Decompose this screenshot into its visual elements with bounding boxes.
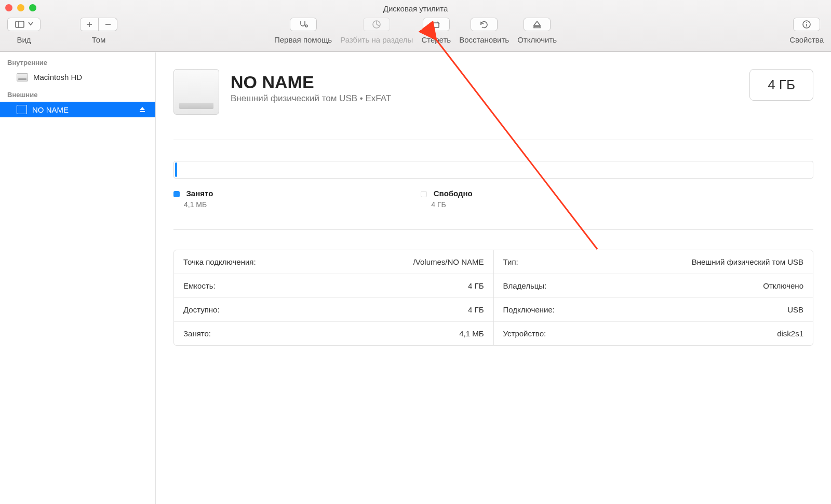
unmount-button[interactable] [524,18,551,31]
volume-size-badge: 4 ГБ [749,69,813,101]
partition-button [363,18,390,31]
info-button[interactable] [793,18,820,31]
toolbar-label-first-aid: Первая помощь [274,35,332,44]
drive-image [173,69,219,115]
usage-bar-used [175,162,177,177]
main-content: NO NAME Внешний физический том USB • ExF… [156,52,831,504]
toolbar-label-restore: Восстановить [459,35,509,44]
info-key: Устройство: [503,329,546,338]
pie-icon [371,20,382,29]
info-value: 4 ГБ [468,305,484,314]
legend-used-label: Занято [186,189,213,198]
info-row: Владельцы:Отключено [494,274,813,298]
legend-used: Занято 4,1 МБ [173,189,213,209]
restore-button[interactable] [471,18,498,31]
info-row: Доступно:4 ГБ [174,298,493,322]
info-key: Емкость: [183,281,216,290]
info-value: USB [787,305,803,314]
volume-subtitle: Внешний физический том USB • ExFAT [231,93,738,104]
toolbar-label-erase: Стереть [421,35,451,44]
legend-free-value: 4 ГБ [431,200,472,209]
erase-icon [431,20,441,29]
info-row: Занято:4,1 МБ [174,322,493,345]
svg-point-5 [305,25,307,27]
volume-name: NO NAME [231,72,738,92]
erase-button[interactable] [423,18,450,31]
toolbar-label-info: Свойства [789,35,824,44]
info-row: Точка подключения:/Volumes/NO NAME [174,250,493,274]
first-aid-button[interactable] [290,18,317,31]
external-disk-icon [17,105,27,114]
info-row: Подключение:USB [494,298,813,322]
legend-used-value: 4,1 МБ [184,200,213,209]
svg-rect-11 [534,26,540,28]
info-value: 4,1 МБ [459,329,484,338]
sidebar-item-macintosh-hd[interactable]: Macintosh HD [0,70,155,85]
info-key: Подключение: [503,305,555,314]
legend-free: Свободно 4 ГБ [421,189,472,209]
restore-icon [479,20,489,29]
info-value: Внешний физический том USB [692,257,803,266]
svg-line-8 [377,24,380,26]
info-value: /Volumes/NO NAME [413,257,484,266]
eject-icon [532,20,542,29]
info-icon [801,20,812,29]
info-row: Емкость:4 ГБ [174,274,493,298]
sidebar: Внутренние Macintosh HD Внешние NO NAME [0,52,156,504]
legend-free-label: Свободно [434,189,473,198]
info-key: Занято: [183,329,211,338]
sidebar-item-label: NO NAME [32,105,69,114]
info-row: Устройство:disk2s1 [494,322,813,345]
svg-rect-9 [433,23,439,28]
svg-rect-16 [140,111,145,112]
sidebar-item-no-name[interactable]: NO NAME [0,102,155,117]
stethoscope-icon [298,20,309,29]
svg-marker-10 [534,21,540,25]
sidebar-heading-internal: Внутренние [0,52,155,70]
toolbar-label-unmount: Отключить [517,35,557,44]
info-value: disk2s1 [777,329,803,338]
toolbar: Дисковая утилита Вид Том Первая помощь Р… [0,0,831,52]
sidebar-heading-external: Внешние [0,85,155,102]
hdd-icon [17,73,28,81]
info-key: Владельцы: [503,281,547,290]
svg-point-14 [806,22,807,23]
window-title: Дисковая утилита [0,4,831,13]
legend-swatch-free [421,191,427,197]
eject-icon[interactable] [139,106,146,113]
legend-swatch-used [173,191,180,197]
info-value: 4 ГБ [468,281,484,290]
svg-marker-15 [140,107,145,110]
info-key: Точка подключения: [183,257,256,266]
usage-bar [173,161,813,179]
info-key: Тип: [503,257,518,266]
info-value: Отключено [763,281,803,290]
info-row: Тип:Внешний физический том USB [494,250,813,274]
info-table: Точка подключения:/Volumes/NO NAME Емкос… [173,250,813,346]
info-key: Доступно: [183,305,220,314]
toolbar-label-partition: Разбить на разделы [340,35,413,44]
sidebar-item-label: Macintosh HD [33,73,82,81]
